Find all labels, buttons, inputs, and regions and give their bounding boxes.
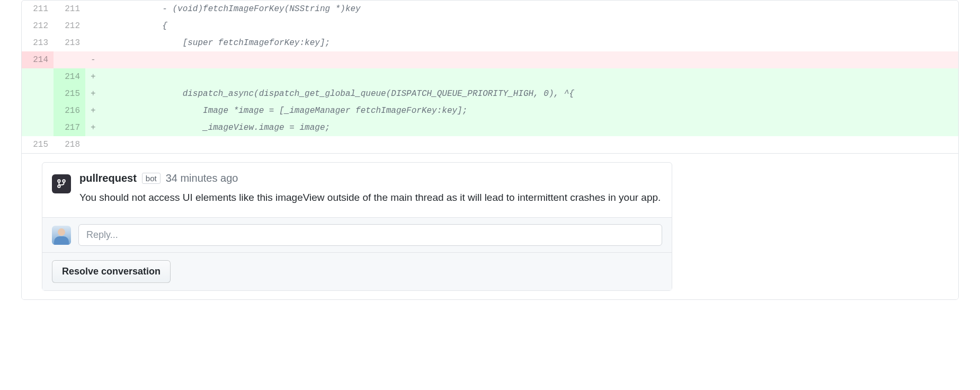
comment-content: pullrequest bot 34 minutes ago You shoul… [79,172,662,213]
diff-marker: + [85,68,101,85]
diff-table: 211211 - (void)fetchImageForKey(NSString… [22,1,958,153]
resolve-section: Resolve conversation [42,252,672,290]
diff-row: 215+ dispatch_async(dispatch_get_global_… [22,85,958,102]
line-number-new[interactable]: 213 [54,34,85,51]
line-number-new[interactable]: 211 [54,1,85,17]
diff-row: 212212 { [22,17,958,34]
diff-marker [85,34,101,51]
diff-row: 216+ Image *image = [_imageManager fetch… [22,102,958,119]
line-number-new[interactable]: 216 [54,102,85,119]
svg-point-1 [63,180,65,182]
comment-author[interactable]: pullrequest [79,172,137,184]
line-number-old[interactable]: 211 [22,1,54,17]
comment-header: pullrequest bot 34 minutes ago You shoul… [42,163,672,217]
diff-marker: + [85,119,101,136]
diff-row: 214- [22,51,958,68]
line-number-old[interactable] [22,102,54,119]
bot-badge: bot [142,173,161,184]
resolve-conversation-button[interactable]: Resolve conversation [52,260,171,283]
reply-input[interactable] [78,224,662,246]
diff-container: 211211 - (void)fetchImageForKey(NSString… [21,0,959,300]
line-number-old[interactable]: 213 [22,34,54,51]
diff-code [101,51,958,68]
svg-point-2 [58,185,60,188]
diff-marker: + [85,85,101,102]
line-number-old[interactable] [22,85,54,102]
line-number-old[interactable] [22,68,54,85]
diff-code: - (void)fetchImageForKey(NSString *)key [101,1,958,17]
comment-meta: pullrequest bot 34 minutes ago [79,172,662,184]
diff-marker [85,1,101,17]
user-avatar[interactable] [52,226,71,245]
diff-code: dispatch_async(dispatch_get_global_queue… [101,85,958,102]
line-number-new[interactable]: 212 [54,17,85,34]
line-number-new[interactable]: 218 [54,136,85,153]
diff-row: 217+ _imageView.image = image; [22,119,958,136]
comment-box: pullrequest bot 34 minutes ago You shoul… [42,162,672,291]
line-number-old[interactable]: 215 [22,136,54,153]
diff-marker: - [85,51,101,68]
comment-wrapper: pullrequest bot 34 minutes ago You shoul… [22,153,958,299]
diff-code: [super fetchImageforKey:key]; [101,34,958,51]
diff-row: 215218 [22,136,958,153]
line-number-old[interactable] [22,119,54,136]
bot-avatar-icon [52,174,71,193]
diff-code: { [101,17,958,34]
line-number-new[interactable]: 217 [54,119,85,136]
line-number-new[interactable]: 215 [54,85,85,102]
diff-marker: + [85,102,101,119]
comment-timestamp[interactable]: 34 minutes ago [166,172,238,184]
diff-code: Image *image = [_imageManager fetchImage… [101,102,958,119]
diff-code: _imageView.image = image; [101,119,958,136]
diff-row: 211211 - (void)fetchImageForKey(NSString… [22,1,958,17]
comment-body: You should not access UI elements like t… [79,190,662,213]
diff-row: 213213 [super fetchImageforKey:key]; [22,34,958,51]
line-number-old[interactable]: 214 [22,51,54,68]
line-number-new[interactable]: 214 [54,68,85,85]
diff-marker [85,136,101,153]
diff-marker [85,17,101,34]
reply-section [42,217,672,252]
diff-code [101,68,958,85]
diff-code [101,136,958,153]
svg-point-0 [58,180,60,182]
diff-row: 214+ [22,68,958,85]
line-number-old[interactable]: 212 [22,17,54,34]
line-number-new[interactable] [54,51,85,68]
